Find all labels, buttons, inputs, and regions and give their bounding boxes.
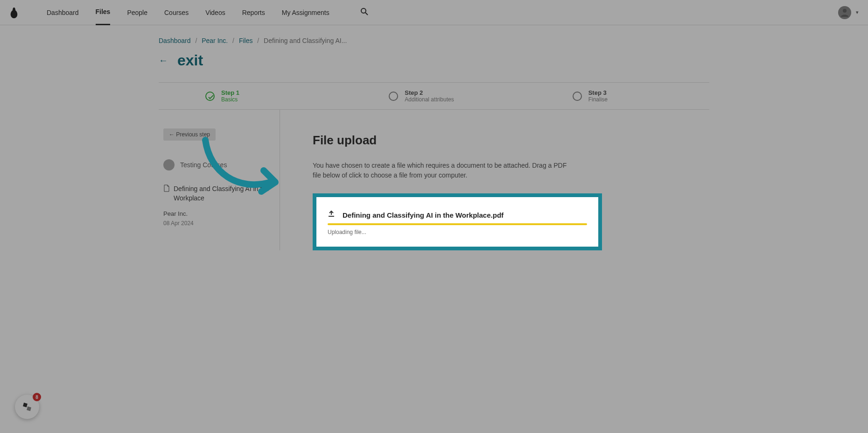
chat-widget[interactable]: 8 — [15, 395, 39, 419]
panel-title: File upload — [313, 133, 691, 148]
svg-point-0 — [361, 8, 366, 13]
step-circle-icon — [389, 92, 398, 101]
step-circle-icon — [573, 92, 582, 101]
breadcrumb-sep: / — [257, 37, 259, 44]
previous-step-button[interactable]: ← Previous step — [163, 128, 216, 141]
step-number: Step 2 — [405, 89, 454, 96]
left-sidebar: ← Previous step Testing Courses Defining… — [159, 110, 280, 250]
document-icon — [163, 185, 170, 203]
avatar-icon — [838, 6, 851, 19]
chat-badge: 8 — [33, 393, 41, 401]
breadcrumb-org[interactable]: Pear Inc. — [202, 37, 228, 44]
svg-line-1 — [365, 13, 368, 15]
owner-name: Testing Courses — [180, 161, 227, 169]
user-menu[interactable]: ▾ — [838, 6, 859, 19]
upload-panel: File upload You have chosen to create a … — [280, 110, 709, 250]
upload-status: Uploading file... — [328, 229, 587, 235]
page-content: Dashboard / Pear Inc. / Files / Defining… — [159, 25, 709, 262]
nav-courses[interactable]: Courses — [164, 0, 189, 25]
nav-dashboard[interactable]: Dashboard — [47, 0, 79, 25]
step-number: Step 3 — [588, 89, 608, 96]
nav-people[interactable]: People — [127, 0, 147, 25]
app-logo — [9, 7, 19, 19]
search-icon[interactable] — [360, 7, 369, 18]
owner-avatar-icon — [163, 159, 175, 170]
nav-files[interactable]: Files — [96, 0, 111, 25]
step-2[interactable]: Step 2 Additional attributes — [342, 89, 525, 103]
file-title: Defining and Classifying AI in the Workp… — [174, 185, 275, 203]
top-nav: Dashboard Files People Courses Videos Re… — [0, 0, 868, 25]
main-area: ← Previous step Testing Courses Defining… — [159, 110, 709, 250]
step-3[interactable]: Step 3 Finalise — [526, 89, 709, 103]
upload-icon — [328, 210, 335, 220]
back-arrow-icon[interactable]: ← — [159, 55, 168, 66]
breadcrumb-dashboard[interactable]: Dashboard — [159, 37, 191, 44]
upload-card[interactable]: Defining and Classifying AI in the Workp… — [313, 193, 602, 250]
breadcrumb: Dashboard / Pear Inc. / Files / Defining… — [159, 37, 709, 44]
upload-filename: Defining and Classifying AI in the Workp… — [343, 211, 504, 219]
chevron-down-icon: ▾ — [856, 9, 859, 15]
step-label: Finalise — [588, 96, 608, 103]
panel-description: You have chosen to create a file which r… — [313, 161, 574, 180]
nav-videos[interactable]: Videos — [205, 0, 225, 25]
step-circle-icon — [205, 92, 215, 101]
step-label: Basics — [221, 96, 239, 103]
breadcrumb-current: Defining and Classifying AI... — [264, 37, 347, 44]
file-meta: Defining and Classifying AI in the Workp… — [163, 185, 275, 227]
nav-reports[interactable]: Reports — [242, 0, 265, 25]
svg-point-2 — [843, 9, 847, 13]
breadcrumb-files[interactable]: Files — [239, 37, 253, 44]
exit-label[interactable]: exit — [177, 52, 203, 69]
step-1[interactable]: Step 1 Basics — [159, 89, 342, 103]
nav-items: Dashboard Files People Courses Videos Re… — [47, 0, 369, 25]
exit-row: ← exit — [159, 52, 709, 69]
breadcrumb-sep: / — [195, 37, 197, 44]
progress-bar — [328, 223, 587, 225]
breadcrumb-sep: / — [232, 37, 234, 44]
step-number: Step 1 — [221, 89, 239, 96]
nav-my-assignments[interactable]: My Assignments — [282, 0, 329, 25]
file-owner: Testing Courses — [163, 159, 275, 170]
step-label: Additional attributes — [405, 96, 454, 103]
file-org: Pear Inc. — [163, 210, 275, 217]
file-date: 08 Apr 2024 — [163, 220, 275, 227]
stepper: Step 1 Basics Step 2 Additional attribut… — [159, 82, 709, 110]
